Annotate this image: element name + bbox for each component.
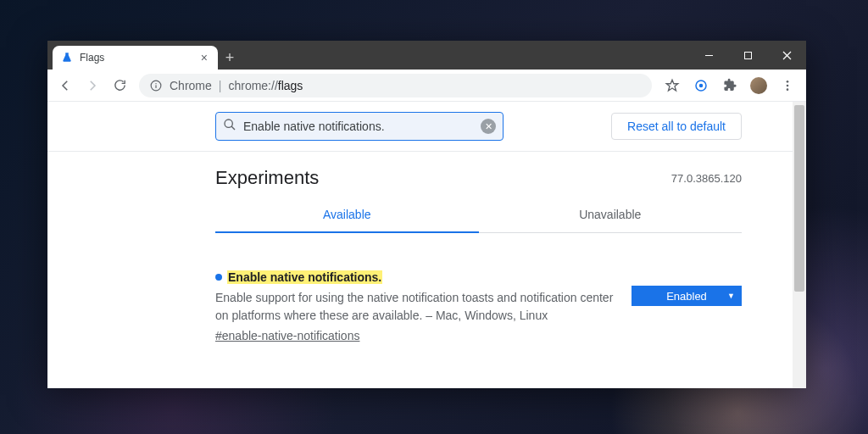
reset-all-button[interactable]: Reset all to default <box>611 113 742 140</box>
omnibox-scheme: Chrome <box>170 79 212 92</box>
svg-point-11 <box>787 88 789 91</box>
flag-details: Enable native notifications. Enable supp… <box>215 270 615 343</box>
flag-hash-link[interactable]: #enable-native-notifications <box>215 329 359 342</box>
extensions-icon[interactable] <box>716 73 743 98</box>
flag-state-select[interactable]: Enabled <box>632 286 742 306</box>
back-button[interactable] <box>53 73 78 98</box>
svg-rect-1 <box>744 52 751 58</box>
tabs-row: Available Unavailable <box>47 198 793 233</box>
svg-rect-6 <box>155 85 156 88</box>
new-tab-button[interactable]: + <box>218 46 242 70</box>
star-icon[interactable] <box>659 73 686 98</box>
forward-button[interactable] <box>80 73 105 98</box>
maximize-button[interactable] <box>728 41 767 70</box>
header-row: Experiments 77.0.3865.120 <box>47 152 793 198</box>
scrollbar-thumb[interactable] <box>794 105 804 292</box>
svg-line-13 <box>231 126 235 130</box>
tab-title: Flags <box>80 52 199 64</box>
flag-entry: Enable native notifications. Enable supp… <box>47 233 793 343</box>
browser-tab[interactable]: Flags × <box>53 46 218 70</box>
flags-search-box[interactable]: ✕ <box>215 112 504 141</box>
flag-title: Enable native notifications. <box>227 270 382 284</box>
browser-window: Flags × + <box>47 41 806 388</box>
omnibox-divider: | <box>219 79 222 92</box>
search-row: ✕ Reset all to default <box>47 102 793 152</box>
close-window-button[interactable] <box>767 41 806 70</box>
svg-point-12 <box>225 120 232 127</box>
search-icon <box>223 118 236 135</box>
tab-unavailable[interactable]: Unavailable <box>479 198 743 233</box>
site-info-icon[interactable] <box>149 79 163 92</box>
page-title: Experiments <box>215 167 671 189</box>
svg-point-8 <box>699 83 704 87</box>
window-controls <box>689 41 806 70</box>
modified-indicator-icon <box>215 274 222 281</box>
clear-search-icon[interactable]: ✕ <box>481 119 496 134</box>
titlebar: Flags × + <box>47 41 806 70</box>
menu-icon[interactable] <box>774 73 801 98</box>
flask-icon <box>61 52 73 64</box>
address-bar[interactable]: Chrome | chrome://flags <box>139 74 652 97</box>
toolbar: Chrome | chrome://flags <box>47 70 806 102</box>
omnibox-url: chrome://flags <box>228 79 303 92</box>
search-input[interactable] <box>243 120 474 133</box>
svg-point-5 <box>155 82 156 83</box>
svg-point-10 <box>787 84 789 86</box>
sync-icon[interactable] <box>687 73 715 98</box>
minimize-button[interactable] <box>689 41 728 70</box>
svg-point-9 <box>787 81 789 83</box>
tab-available[interactable]: Available <box>215 198 479 233</box>
profile-avatar[interactable] <box>745 73 772 98</box>
flag-description: Enable support for using the native noti… <box>215 289 615 325</box>
avatar <box>750 77 767 94</box>
page-content: ✕ Reset all to default Experiments 77.0.… <box>47 102 793 388</box>
content-area: ✕ Reset all to default Experiments 77.0.… <box>47 102 806 388</box>
scrollbar[interactable] <box>793 102 806 388</box>
close-icon[interactable]: × <box>199 51 209 64</box>
reload-button[interactable] <box>107 73 132 98</box>
version-label: 77.0.3865.120 <box>671 172 742 185</box>
